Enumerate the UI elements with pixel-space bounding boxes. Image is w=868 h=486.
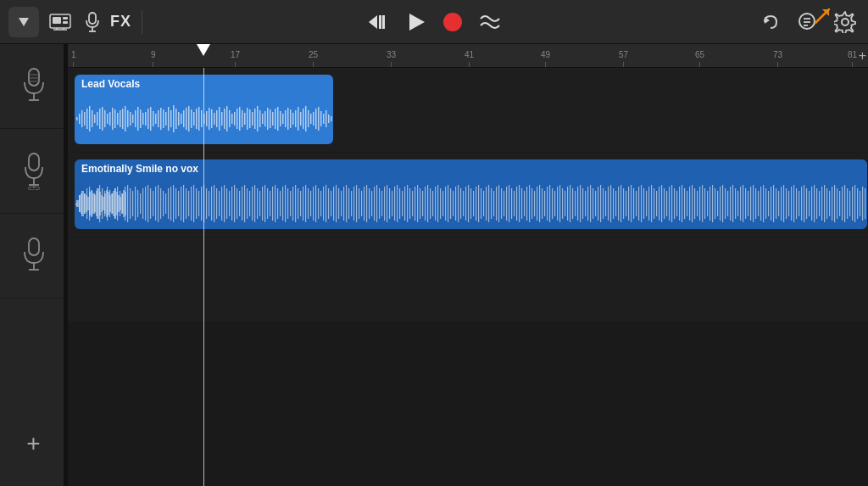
svg-rect-72 — [155, 114, 157, 124]
app-container: FX — [0, 0, 868, 486]
loop-button[interactable] — [793, 8, 821, 36]
ruler-mark-73: 73 — [773, 51, 782, 67]
svg-rect-315 — [516, 187, 517, 221]
svg-rect-196 — [214, 185, 214, 222]
svg-rect-260 — [376, 185, 377, 222]
svg-rect-231 — [303, 187, 303, 221]
svg-rect-157 — [114, 188, 115, 219]
svg-rect-97 — [219, 107, 220, 131]
audio-clip-emotionally[interactable]: Emotinally Smile no vox — [75, 159, 867, 229]
svg-rect-200 — [224, 185, 225, 222]
svg-rect-367 — [648, 187, 649, 221]
svg-marker-38 — [197, 44, 210, 56]
svg-rect-210 — [249, 191, 250, 216]
svg-rect-129 — [300, 112, 302, 126]
svg-rect-104 — [236, 109, 238, 129]
svg-rect-308 — [498, 185, 499, 222]
ruler-mark-81: 81 — [848, 51, 857, 67]
svg-rect-140 — [328, 115, 330, 123]
svg-rect-413 — [765, 188, 766, 219]
svg-rect-165 — [135, 187, 136, 221]
svg-rect-349 — [603, 188, 604, 219]
svg-rect-81 — [178, 112, 180, 126]
svg-rect-363 — [638, 187, 639, 221]
svg-rect-303 — [486, 187, 487, 221]
svg-rect-184 — [183, 185, 184, 222]
record-button[interactable] — [442, 11, 464, 33]
audio-clip-lead-vocals[interactable]: Lead Vocals — [75, 75, 333, 144]
waveform-emotionally — [75, 178, 867, 229]
svg-rect-66 — [140, 109, 142, 128]
svg-rect-318 — [524, 191, 525, 216]
svg-rect-117 — [270, 109, 271, 128]
play-button[interactable] — [403, 8, 430, 36]
svg-rect-356 — [620, 185, 621, 222]
svg-rect-170 — [147, 185, 148, 222]
fx-label[interactable]: FX — [110, 13, 131, 31]
svg-rect-179 — [170, 187, 171, 221]
sidebar-resize-handle[interactable] — [64, 44, 67, 486]
svg-rect-326 — [544, 191, 545, 216]
mic-icon-button[interactable] — [81, 8, 103, 36]
svg-rect-109 — [249, 109, 251, 128]
svg-rect-366 — [646, 191, 647, 216]
svg-rect-337 — [572, 188, 573, 219]
svg-rect-121 — [280, 111, 281, 126]
svg-marker-0 — [19, 18, 29, 26]
ruler-marks: 1 9 17 25 33 41 49 57 65 73 81 + — [68, 44, 868, 67]
svg-rect-185 — [186, 188, 186, 219]
svg-rect-47 — [92, 110, 93, 127]
svg-rect-209 — [247, 188, 248, 219]
svg-rect-420 — [783, 185, 784, 222]
svg-rect-347 — [598, 187, 598, 221]
svg-rect-350 — [605, 191, 606, 216]
svg-rect-449 — [857, 188, 858, 219]
svg-rect-43 — [81, 110, 83, 127]
svg-rect-382 — [687, 191, 687, 216]
svg-rect-374 — [666, 191, 667, 216]
playhead-indicator[interactable] — [197, 44, 210, 61]
svg-rect-395 — [720, 187, 721, 221]
add-ruler-button[interactable]: + — [859, 48, 866, 64]
svg-rect-182 — [178, 191, 179, 216]
tune-button[interactable] — [476, 8, 504, 36]
svg-rect-421 — [786, 188, 787, 219]
svg-rect-214 — [259, 191, 260, 216]
svg-rect-111 — [254, 109, 256, 129]
svg-rect-176 — [163, 191, 164, 216]
svg-rect-232 — [305, 185, 306, 222]
svg-rect-380 — [682, 185, 682, 222]
svg-rect-333 — [562, 188, 563, 219]
svg-rect-252 — [356, 185, 357, 222]
svg-rect-143 — [79, 195, 80, 212]
svg-rect-391 — [709, 187, 710, 221]
svg-rect-108 — [247, 108, 248, 130]
svg-marker-14 — [409, 14, 425, 31]
skip-back-button[interactable] — [364, 8, 391, 36]
svg-rect-41 — [76, 117, 78, 120]
svg-rect-402 — [737, 191, 738, 216]
add-track-button[interactable]: + — [17, 427, 51, 461]
svg-rect-191 — [201, 187, 202, 221]
svg-rect-112 — [257, 106, 259, 131]
svg-rect-365 — [643, 188, 644, 219]
svg-rect-396 — [722, 185, 723, 222]
svg-rect-344 — [590, 185, 591, 222]
dropdown-button[interactable] — [8, 7, 39, 37]
svg-rect-171 — [150, 188, 151, 219]
svg-rect-205 — [236, 188, 237, 219]
undo-button[interactable] — [758, 9, 783, 35]
svg-rect-236 — [315, 185, 316, 222]
ruler-mark-1: 1 — [71, 51, 76, 67]
settings-button[interactable] — [831, 8, 860, 36]
svg-rect-403 — [740, 187, 741, 221]
svg-rect-429 — [806, 188, 807, 219]
svg-rect-309 — [501, 188, 502, 219]
svg-rect-335 — [567, 187, 568, 221]
microphone-icon-3 — [22, 237, 46, 275]
screen-icon-button[interactable] — [46, 10, 75, 34]
svg-rect-369 — [654, 188, 654, 219]
ruler-mark-9: 9 — [151, 51, 156, 67]
svg-rect-253 — [359, 188, 359, 219]
svg-rect-186 — [188, 191, 189, 216]
